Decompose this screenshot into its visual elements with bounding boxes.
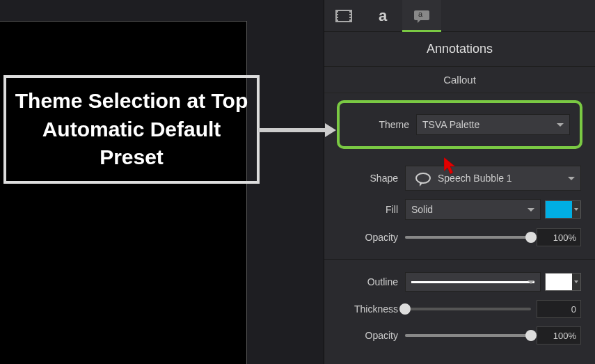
annotation-callout-text: Theme Selection at Top Automatic Default… xyxy=(6,80,257,179)
outline-style-dropdown[interactable] xyxy=(405,272,541,292)
theme-highlight: Theme TSVA Palette xyxy=(337,100,582,149)
fill-opacity-label: Opacity xyxy=(338,232,405,243)
film-icon xyxy=(335,10,352,22)
tab-annotations[interactable]: a xyxy=(402,0,441,32)
thickness-label: Thickness xyxy=(338,303,405,315)
outline-color-swatch[interactable] xyxy=(545,273,581,291)
shape-dropdown[interactable]: Speech Bubble 1 xyxy=(405,166,581,191)
chevron-down-icon xyxy=(572,201,580,218)
speech-bubble-icon xyxy=(415,173,431,184)
fill-opacity-value[interactable]: 100% xyxy=(537,228,581,246)
fill-mode-value: Solid xyxy=(411,204,433,215)
shape-value: Speech Bubble 1 xyxy=(438,173,512,184)
properties-panel: a a Annotations Callout Theme TSVA Palet… xyxy=(324,0,595,364)
fill-color-swatch[interactable] xyxy=(545,200,581,219)
slider-thumb[interactable] xyxy=(399,303,411,315)
divider xyxy=(324,259,595,260)
letter-a-icon: a xyxy=(379,7,387,25)
thickness-value[interactable]: 0 xyxy=(537,300,581,318)
canvas-stage xyxy=(0,21,247,364)
chevron-down-icon xyxy=(557,123,564,127)
outline-opacity-slider[interactable] xyxy=(405,334,531,337)
fill-color-preview xyxy=(546,201,572,218)
chevron-down-icon xyxy=(568,177,575,180)
outline-opacity-value[interactable]: 100% xyxy=(537,326,581,345)
tab-media[interactable] xyxy=(324,0,363,32)
fill-mode-dropdown[interactable]: Solid xyxy=(405,199,541,220)
outline-opacity-label: Opacity xyxy=(338,330,405,341)
canvas-area: Theme Selection at Top Automatic Default… xyxy=(0,0,324,364)
fill-label: Fill xyxy=(338,204,405,215)
annotation-callout-box[interactable]: Theme Selection at Top Automatic Default… xyxy=(3,75,260,184)
fill-opacity-slider[interactable] xyxy=(405,236,531,239)
tab-text[interactable]: a xyxy=(363,0,402,32)
outline-label: Outline xyxy=(338,276,405,287)
theme-label: Theme xyxy=(349,119,416,130)
slider-thumb[interactable] xyxy=(525,330,537,341)
callout-icon: a xyxy=(414,10,429,20)
panel-title: Annotations xyxy=(324,32,595,67)
theme-value: TSVA Palette xyxy=(422,119,479,130)
thickness-slider[interactable] xyxy=(405,308,531,310)
shape-label: Shape xyxy=(338,173,405,184)
panel-section: Callout xyxy=(324,67,595,93)
outline-line-preview xyxy=(411,281,534,283)
theme-dropdown[interactable]: TSVA Palette xyxy=(416,114,570,135)
chevron-down-icon xyxy=(572,274,580,290)
chevron-down-icon xyxy=(527,208,534,212)
outline-color-preview xyxy=(546,274,572,290)
chevron-down-icon xyxy=(527,280,534,284)
annotation-arrow xyxy=(258,128,326,132)
tab-bar: a a xyxy=(324,0,595,32)
slider-thumb[interactable] xyxy=(525,232,537,243)
